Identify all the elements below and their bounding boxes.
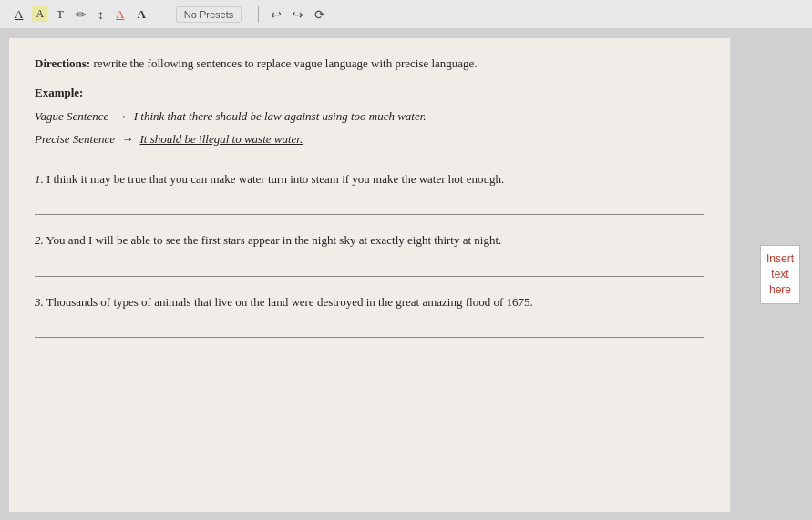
highlight-button[interactable]: A bbox=[32, 6, 47, 22]
arrow-2: → bbox=[121, 132, 133, 146]
precise-prefix: Precise Sentence bbox=[35, 132, 115, 146]
vague-prefix: Vague Sentence bbox=[35, 109, 108, 123]
directions-text: rewrite the following sentences to repla… bbox=[93, 56, 477, 70]
text-button[interactable]: T bbox=[53, 5, 67, 24]
toolbar: A A T ✏ ↕ A A No Presets ↩ ↪ ⟳ bbox=[0, 0, 812, 29]
vague-sentence: Vague Sentence → I think that there shou… bbox=[35, 107, 704, 126]
refresh-button[interactable]: ⟳ bbox=[312, 5, 328, 24]
arrow-icon[interactable]: ↕ bbox=[95, 5, 107, 24]
presets-dropdown[interactable]: No Presets bbox=[176, 6, 242, 23]
item-2-number: 2. bbox=[35, 233, 44, 247]
item-3-content: Thousands of types of animals that live … bbox=[46, 295, 533, 309]
precise-text: It should be illegal to waste water. bbox=[139, 132, 303, 146]
example-label: Example: bbox=[35, 86, 704, 100]
document-area: Directions: rewrite the following senten… bbox=[0, 29, 748, 520]
bold-a-button[interactable]: A bbox=[133, 5, 149, 24]
right-sidebar: Inserttexthere bbox=[748, 29, 812, 520]
item-3-text: 3. Thousands of types of animals that li… bbox=[35, 288, 704, 317]
redo-button[interactable]: ↪ bbox=[290, 5, 306, 24]
toolbar-divider bbox=[159, 6, 159, 23]
exercise-item-1: 1. I think it may be true that you can m… bbox=[35, 165, 704, 216]
answer-line-1[interactable] bbox=[35, 199, 704, 215]
undo-button[interactable]: ↩ bbox=[268, 5, 284, 24]
insert-text-box[interactable]: Inserttexthere bbox=[760, 245, 800, 303]
item-2-content: You and I will be able to see the first … bbox=[46, 233, 502, 247]
precise-sentence: Precise Sentence → It should be illegal … bbox=[35, 130, 704, 148]
exercise-item-2: 2. You and I will be able to see the fir… bbox=[35, 226, 704, 277]
vague-text: I think that there should be law against… bbox=[134, 109, 427, 123]
page: Directions: rewrite the following senten… bbox=[9, 38, 730, 512]
answer-line-2[interactable] bbox=[35, 260, 704, 277]
main-area: Directions: rewrite the following senten… bbox=[0, 29, 812, 520]
item-1-text: 1. I think it may be true that you can m… bbox=[35, 165, 704, 194]
toolbar-divider-2 bbox=[258, 6, 259, 23]
item-3-number: 3. bbox=[35, 295, 44, 309]
item-1-content: I think it may be true that you can make… bbox=[46, 172, 504, 186]
item-2-text: 2. You and I will be able to see the fir… bbox=[35, 226, 704, 255]
underline-button[interactable]: A bbox=[11, 5, 26, 24]
item-1-number: 1. bbox=[35, 172, 44, 186]
directions: Directions: rewrite the following senten… bbox=[35, 55, 704, 73]
answer-line-3[interactable] bbox=[35, 321, 704, 338]
pen-icon[interactable]: ✏ bbox=[73, 5, 89, 24]
arrow-1: → bbox=[115, 109, 127, 123]
directions-label: Directions: bbox=[35, 56, 90, 70]
exercise-item-3: 3. Thousands of types of animals that li… bbox=[35, 288, 704, 339]
color-a-button[interactable]: A bbox=[112, 5, 128, 24]
